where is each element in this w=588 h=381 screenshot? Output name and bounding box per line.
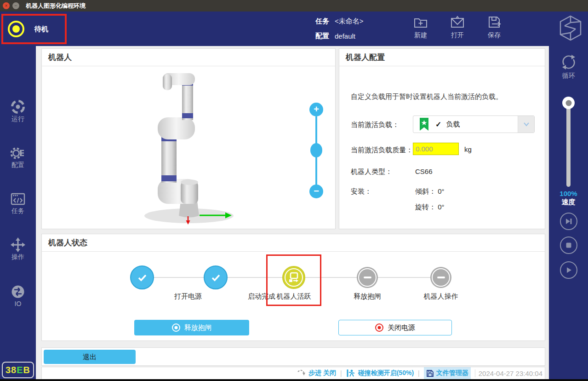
power-off-label: 关闭电源 bbox=[388, 323, 415, 332]
file-manager-icon bbox=[426, 369, 434, 377]
robot-config-panel: 机器人配置 自定义负载用于暂时设置机器人当前激活的负载。 当前激活负载： ✓ 负… bbox=[339, 48, 545, 229]
zoom-slider-handle[interactable] bbox=[310, 143, 322, 157]
robot-programming-app: × − 机器人图形化编程环境 待机 任务 <未命名> 配置 default bbox=[0, 0, 588, 381]
save-task-button[interactable]: 保存 bbox=[480, 15, 509, 44]
window-titlebar: × − 机器人图形化编程环境 bbox=[0, 0, 588, 12]
step-mode-toggle[interactable]: 步进 关闭 bbox=[297, 369, 336, 377]
speed-percent: 100% bbox=[549, 190, 588, 197]
exit-row: 退出 bbox=[41, 347, 545, 366]
gear-icon bbox=[10, 144, 26, 161]
badge-part-1: 38 bbox=[6, 365, 17, 375]
step-startup-done-indicator bbox=[204, 266, 228, 289]
new-folder-icon bbox=[413, 15, 428, 30]
check-icon bbox=[210, 272, 221, 283]
stop-icon bbox=[565, 241, 573, 249]
step-robot-operate-indicator bbox=[430, 267, 451, 288]
statusbar-divider: | bbox=[340, 369, 342, 377]
move-arrows-icon bbox=[10, 237, 26, 253]
robot-type-value: CS66 bbox=[415, 167, 433, 175]
sidebar-item-io[interactable]: IO bbox=[0, 283, 36, 307]
open-file-icon bbox=[450, 15, 465, 30]
step-forward-button[interactable] bbox=[560, 213, 577, 230]
skip-icon bbox=[565, 217, 573, 225]
step-power-on-label: 打开电源 bbox=[156, 292, 220, 301]
step-mode-label: 步进 关闭 bbox=[308, 369, 336, 377]
tilt-row: 倾斜： 0° bbox=[415, 187, 445, 196]
run-icon bbox=[10, 98, 26, 115]
active-step-highlight-box bbox=[266, 254, 321, 306]
sidebar-operate-label: 操作 bbox=[0, 253, 36, 261]
sidebar-task-label: 任务 bbox=[0, 207, 36, 215]
power-off-button[interactable]: 关闭电源 bbox=[338, 320, 452, 335]
new-task-button[interactable]: 新建 bbox=[406, 15, 435, 44]
robot-mode-indicator[interactable]: 待机 bbox=[1, 14, 67, 44]
check-icon bbox=[137, 272, 148, 283]
bottom-edge-strip bbox=[0, 379, 588, 381]
save-floppy-icon bbox=[486, 15, 502, 30]
bottom-statusbar: 步进 关闭 | 碰撞检测开启(50%) | bbox=[41, 367, 545, 380]
config-label: 配置 bbox=[315, 32, 329, 40]
sidebar-item-operate[interactable]: 操作 bbox=[0, 237, 36, 261]
minus-icon bbox=[437, 277, 445, 278]
mount-label: 安装： bbox=[351, 187, 371, 196]
speed-label: 速度 bbox=[549, 198, 588, 207]
sidebar-io-label: IO bbox=[0, 300, 36, 307]
sidebar-run-label: 运行 bbox=[0, 115, 36, 123]
payload-dropdown-value: 负载 bbox=[446, 120, 460, 129]
config-panel-title: 机器人配置 bbox=[339, 49, 545, 66]
loop-label: 循环 bbox=[549, 72, 588, 80]
collision-detection-toggle[interactable]: 碰撞检测开启(50%) bbox=[346, 369, 414, 378]
task-value: <未命名> bbox=[335, 17, 364, 26]
statusbar-datetime: 2024-04-27 23:40:04 bbox=[475, 369, 542, 377]
mass-unit: kg bbox=[464, 145, 472, 153]
release-brake-label: 释放抱闸 bbox=[184, 323, 212, 332]
left-sidebar: 运行 配置 任务 bbox=[0, 46, 36, 379]
brand-logo-icon bbox=[558, 14, 583, 45]
standby-status-label: 待机 bbox=[34, 25, 48, 34]
stop-button[interactable] bbox=[560, 237, 577, 254]
zoom-in-button[interactable]: + bbox=[309, 103, 323, 116]
robot-3d-viewport[interactable] bbox=[138, 69, 244, 226]
dropdown-arrow-button[interactable] bbox=[518, 116, 534, 133]
window-close-button[interactable]: × bbox=[3, 2, 10, 9]
sidebar-item-task[interactable]: 任务 bbox=[0, 190, 36, 215]
window-title: 机器人图形化编程环境 bbox=[26, 2, 86, 10]
step-power-on-indicator bbox=[130, 266, 154, 289]
sidebar-item-run[interactable]: 运行 bbox=[0, 98, 36, 123]
play-button[interactable] bbox=[560, 261, 577, 279]
right-sidebar: 循环 100% 速度 bbox=[549, 46, 588, 379]
bookmark-icon bbox=[419, 117, 429, 131]
open-button-label: 打开 bbox=[443, 31, 472, 40]
mass-label: 当前激活负载质量： bbox=[351, 146, 413, 155]
io-swap-icon bbox=[10, 283, 26, 300]
robot-panel-title: 机器人 bbox=[42, 49, 335, 66]
chevron-down-icon bbox=[523, 122, 530, 127]
step-release-brake-label: 释放抱闸 bbox=[335, 292, 400, 301]
config-value: default bbox=[335, 32, 355, 40]
rotate-row: 旋转： 0° bbox=[415, 203, 445, 212]
open-task-button[interactable]: 打开 bbox=[443, 15, 472, 44]
file-manager-button[interactable]: 文件管理器 bbox=[424, 367, 471, 379]
statusbar-divider: | bbox=[418, 369, 420, 377]
sidebar-config-label: 配置 bbox=[0, 161, 36, 169]
step-robot-operate-label: 机器人操作 bbox=[409, 292, 473, 301]
play-icon bbox=[565, 266, 573, 274]
loop-mode-button[interactable]: 循环 bbox=[549, 52, 588, 80]
step-arrow-icon bbox=[297, 369, 306, 377]
speed-slider-track[interactable] bbox=[566, 105, 571, 187]
release-brake-button[interactable]: 释放抱闸 bbox=[134, 320, 249, 335]
task-label: 任务 bbox=[315, 17, 329, 26]
mass-input[interactable] bbox=[413, 143, 459, 155]
loop-icon bbox=[559, 52, 578, 72]
tilt-label: 倾斜： bbox=[415, 187, 436, 195]
zoom-out-button[interactable]: − bbox=[309, 185, 323, 198]
window-minimize-button[interactable]: − bbox=[12, 2, 19, 9]
target-ring-icon bbox=[172, 323, 180, 332]
payload-dropdown[interactable]: ✓ 负载 bbox=[413, 115, 535, 133]
badge-part-2: E bbox=[17, 365, 23, 375]
speed-slider-handle[interactable] bbox=[562, 97, 575, 109]
sidebar-item-config[interactable]: 配置 bbox=[0, 144, 36, 169]
file-manager-label: 文件管理器 bbox=[436, 369, 468, 377]
exit-button[interactable]: 退出 bbox=[44, 350, 136, 364]
step-release-brake-indicator bbox=[357, 267, 378, 288]
